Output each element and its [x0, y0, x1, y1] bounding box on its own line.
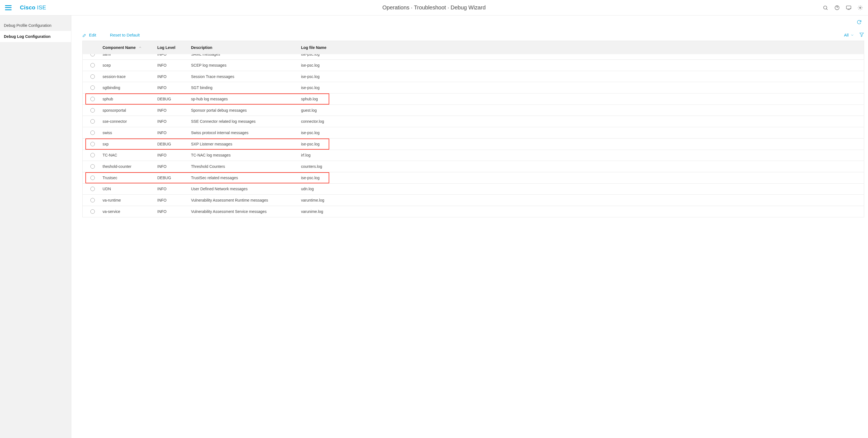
row-radio[interactable]: [83, 108, 102, 113]
cell-file: varunime.log: [301, 209, 861, 214]
cell-description: Sponsor portal debug messages: [191, 108, 301, 113]
cell-file: guest.log: [301, 108, 861, 113]
col-file[interactable]: Log file Name: [301, 45, 861, 50]
sort-asc-icon: [138, 45, 142, 50]
filter-icon[interactable]: [859, 32, 864, 38]
table-row[interactable]: va-serviceINFOVulnerability Assessment S…: [83, 206, 864, 217]
edit-label: Edit: [89, 33, 96, 37]
row-radio[interactable]: [83, 85, 102, 90]
sidebar: Debug Profile Configuration Debug Log Co…: [0, 16, 71, 438]
cell-file: ise-psc.log: [301, 176, 861, 180]
cell-level: INFO: [157, 130, 191, 135]
cell-file: varuntime.log: [301, 198, 861, 202]
table-row[interactable]: TrustsecDEBUGTrustSec related messagesis…: [83, 172, 864, 184]
gear-icon[interactable]: [858, 5, 863, 10]
cell-level: DEBUG: [157, 176, 191, 180]
table-row[interactable]: TC-NACINFOTC-NAC log messagesirf.log: [83, 150, 864, 161]
cell-level: INFO: [157, 187, 191, 191]
col-level[interactable]: Log Level: [157, 45, 191, 50]
table-body: samlINFOSAML messagesise-psc.logscepINFO…: [83, 54, 864, 217]
cell-file: ise-psc.log: [301, 63, 861, 67]
table-row[interactable]: swissINFOSwiss protocol internal message…: [83, 127, 864, 139]
console-icon[interactable]: [846, 5, 851, 10]
cell-description: SCEP log messages: [191, 63, 301, 67]
cell-file: ise-psc.log: [301, 54, 861, 56]
svg-point-3: [837, 8, 837, 9]
row-radio[interactable]: [83, 164, 102, 169]
brand-ise: ISE: [37, 4, 46, 10]
cell-level: INFO: [157, 108, 191, 113]
row-radio[interactable]: [83, 187, 102, 191]
filter-all-dropdown[interactable]: All: [844, 33, 854, 37]
table-row[interactable]: session-traceINFOSession Trace messagesi…: [83, 71, 864, 82]
cell-level: INFO: [157, 198, 191, 202]
table-row[interactable]: sponsorportalINFOSponsor portal debug me…: [83, 105, 864, 116]
brand: Cisco ISE: [20, 4, 46, 11]
row-radio[interactable]: [83, 97, 102, 101]
cell-description: Vulnerability Assessment Runtime message…: [191, 198, 301, 202]
cell-component: session-trace: [102, 75, 157, 79]
cell-level: INFO: [157, 75, 191, 79]
cell-description: SAML messages: [191, 54, 301, 56]
main: Debug Profile Configuration Debug Log Co…: [0, 16, 868, 438]
row-radio[interactable]: [83, 75, 102, 79]
table-toolbar: Edit Reset to Default All: [82, 32, 864, 38]
col-description[interactable]: Description: [191, 45, 301, 50]
cell-component: UDN: [102, 187, 157, 191]
row-radio[interactable]: [83, 209, 102, 214]
reset-button[interactable]: Reset to Default: [110, 33, 140, 37]
table-row[interactable]: sse-connectorINFOSSE Connector related l…: [83, 116, 864, 127]
cell-file: counters.log: [301, 164, 861, 169]
cell-file: irf.log: [301, 153, 861, 157]
svg-point-5: [860, 7, 861, 8]
cell-description: Threshold Counters: [191, 164, 301, 169]
table-row[interactable]: scepINFOSCEP log messagesise-psc.log: [83, 60, 864, 71]
table-row[interactable]: theshold-counterINFOThreshold Countersco…: [83, 161, 864, 172]
edit-button[interactable]: Edit: [82, 33, 96, 37]
sidebar-item-debug-profile[interactable]: Debug Profile Configuration: [0, 20, 71, 31]
table-row[interactable]: va-runtimeINFOVulnerability Assessment R…: [83, 195, 864, 206]
cell-component: sphub: [102, 97, 157, 101]
cell-description: SXP Listener messages: [191, 142, 301, 146]
cell-component: scep: [102, 63, 157, 67]
table-row[interactable]: sphubDEBUGsp-hub log messagessphub.log: [83, 93, 864, 105]
svg-marker-6: [860, 33, 864, 37]
cell-file: connector.log: [301, 119, 861, 124]
cell-level: INFO: [157, 164, 191, 169]
cell-component: sgtbinding: [102, 85, 157, 90]
col-component[interactable]: Component Name: [102, 45, 157, 50]
table-row[interactable]: sgtbindingINFOSGT bindingise-psc.log: [83, 82, 864, 93]
breadcrumb: Operations · Troubleshoot · Debug Wizard: [382, 4, 486, 11]
cell-level: INFO: [157, 54, 191, 56]
cell-level: INFO: [157, 209, 191, 214]
row-radio[interactable]: [83, 153, 102, 157]
menu-icon[interactable]: [5, 5, 11, 10]
cell-description: TrustSec related messages: [191, 176, 301, 180]
help-icon[interactable]: [834, 5, 840, 10]
row-radio[interactable]: [83, 130, 102, 135]
cell-component: TC-NAC: [102, 153, 157, 157]
refresh-icon[interactable]: [857, 19, 862, 26]
cell-component: va-service: [102, 209, 157, 214]
row-radio[interactable]: [83, 198, 102, 202]
search-icon[interactable]: [823, 5, 828, 10]
cell-level: INFO: [157, 63, 191, 67]
cell-description: TC-NAC log messages: [191, 153, 301, 157]
table-row[interactable]: UDNINFOUser Defined Network messagesudn.…: [83, 184, 864, 195]
cell-component: saml: [102, 54, 157, 56]
cell-file: udn.log: [301, 187, 861, 191]
table-row[interactable]: sxpDEBUGSXP Listener messagesise-psc.log: [83, 139, 864, 150]
top-icons: [823, 5, 863, 10]
filter-group: All: [844, 32, 864, 38]
cell-file: ise-psc.log: [301, 130, 861, 135]
cell-component: va-runtime: [102, 198, 157, 202]
svg-line-1: [827, 8, 828, 10]
sidebar-item-debug-log[interactable]: Debug Log Configuration: [0, 31, 71, 42]
row-radio[interactable]: [83, 63, 102, 67]
row-radio[interactable]: [83, 54, 102, 56]
table-row[interactable]: samlINFOSAML messagesise-psc.log: [83, 54, 864, 60]
cell-level: INFO: [157, 153, 191, 157]
row-radio[interactable]: [83, 142, 102, 146]
row-radio[interactable]: [83, 119, 102, 124]
row-radio[interactable]: [83, 176, 102, 180]
